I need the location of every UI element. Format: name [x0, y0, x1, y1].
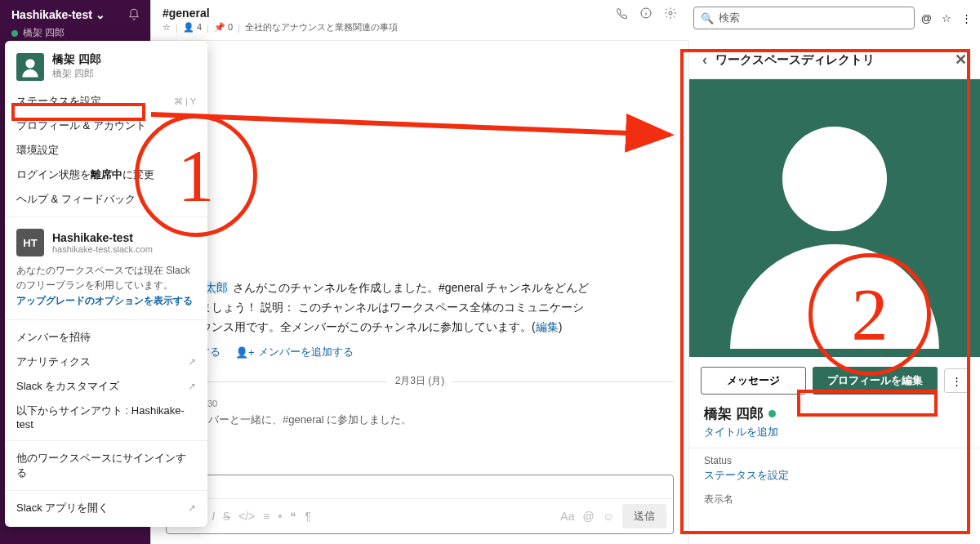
search-icon: 🔍 — [701, 12, 714, 25]
close-icon[interactable]: ✕ — [955, 51, 967, 69]
add-member-action[interactable]: 👤+ メンバーを追加する — [235, 345, 354, 359]
presence-indicator — [11, 30, 18, 37]
member-count[interactable]: 👤 4 — [183, 22, 202, 33]
external-icon: ↗ — [188, 356, 196, 368]
codeblock-icon[interactable]: ¶ — [305, 510, 311, 523]
external-icon: ↗ — [188, 381, 196, 392]
menu-open-app[interactable]: Slack アプリを開く↗ — [5, 496, 207, 520]
at-icon[interactable]: @ — [582, 510, 594, 523]
menu-user-name: 橋架 四郎 — [52, 52, 101, 67]
add-title-link[interactable]: タイトルを追加 — [689, 423, 980, 448]
avatar — [16, 53, 44, 81]
menu-set-away[interactable]: ログイン状態を離席中に変更 — [5, 163, 207, 187]
italic-icon[interactable]: I — [212, 510, 215, 523]
message-composer[interactable]: 📎 B I S̶ </> ≡ • ❝ ¶ Aa @ ☺ — [166, 475, 674, 534]
plan-text: あなたのワークスペースでは現在 Slack のフリープランを利用しています。 — [5, 260, 207, 292]
info-icon[interactable] — [639, 7, 653, 22]
date-divider: 2月3日 (月) — [166, 374, 674, 388]
main-area: #general ☆ | 👤 4 | 📌 0 | 全社的なアナウンスと業務関連の… — [150, 0, 980, 544]
code-icon[interactable]: </> — [238, 510, 255, 523]
search-input[interactable]: 🔍 検索 — [693, 7, 915, 29]
more-button[interactable]: ⋮ — [944, 368, 969, 393]
presence-indicator — [768, 410, 776, 417]
menu-ws-name: Hashikake-test — [52, 231, 153, 244]
channel-name[interactable]: #general — [163, 7, 398, 20]
message-button[interactable]: メッセージ — [701, 367, 806, 395]
channel-welcome: eral @橋架 太郎 さんがこのチャンネルを作成しました。#general チ… — [166, 245, 674, 359]
chevron-down-icon: ⌄ — [96, 8, 105, 21]
menu-signout[interactable]: 以下からサインアウト : Hashikake-test — [5, 399, 207, 435]
phone-icon[interactable] — [615, 7, 628, 22]
star-icon[interactable]: ☆ — [942, 12, 951, 25]
workspace-name[interactable]: Hashikake-test ⌄ — [11, 8, 105, 21]
emoji-icon[interactable]: ☺ — [603, 510, 614, 523]
menu-user-sub: 橋架 四郎 — [52, 67, 101, 81]
mention-icon[interactable]: @ — [921, 12, 932, 25]
menu-preferences[interactable]: 環境設定 — [5, 138, 207, 163]
list-bullet-icon[interactable]: • — [278, 510, 282, 523]
edit-link[interactable]: 編集 — [536, 320, 559, 333]
profile-name: 橋架 四郎 — [689, 404, 980, 423]
workspace-icon: HT — [16, 229, 44, 256]
list-ordered-icon[interactable]: ≡ — [263, 510, 270, 523]
menu-analytics[interactable]: アナリティクス↗ — [5, 350, 207, 374]
welcome-heading: eral — [166, 245, 674, 270]
menu-set-status[interactable]: ステータスを設定 ⌘ | Y — [5, 89, 207, 114]
panel-title: ワークスペースディレクトリ — [715, 52, 875, 68]
display-name-label: 表示名 — [689, 493, 980, 506]
menu-invite[interactable]: メンバーを招待 — [5, 325, 207, 350]
quote-icon[interactable]: ❝ — [290, 510, 296, 523]
svg-point-2 — [782, 127, 887, 231]
menu-profile-account[interactable]: プロフィール & アカウント — [5, 114, 207, 138]
message-row: 太郎 17:30 人のメンバーと一緒に、#general に参加しました。 — [166, 396, 674, 427]
status-label: Status — [689, 455, 980, 466]
text-format-icon[interactable]: Aa — [560, 510, 574, 523]
user-menu: 橋架 四郎 橋架 四郎 ステータスを設定 ⌘ | Y プロフィール & アカウン… — [5, 41, 207, 527]
pin-count[interactable]: 📌 0 — [214, 22, 233, 33]
channel-header: #general ☆ | 👤 4 | 📌 0 | 全社的なアナウンスと業務関連の… — [151, 0, 688, 41]
gear-icon[interactable] — [664, 7, 677, 22]
back-icon[interactable]: ‹ — [702, 51, 707, 69]
channel-topic[interactable]: 全社的なアナウンスと業務関連の事項 — [245, 21, 398, 33]
external-icon: ↗ — [188, 502, 196, 514]
send-button[interactable]: 送信 — [622, 504, 666, 528]
upgrade-link[interactable]: アップグレードのオプションを表示する — [5, 292, 207, 314]
svg-point-3 — [25, 59, 34, 68]
menu-customize[interactable]: Slack をカスタマイズ↗ — [5, 374, 207, 399]
menu-ws-url: hashikake-test.slack.com — [52, 244, 153, 254]
profile-avatar — [689, 79, 980, 357]
svg-point-1 — [669, 11, 672, 15]
bell-icon[interactable] — [126, 7, 142, 23]
more-icon[interactable]: ⋮ — [961, 12, 972, 25]
menu-help-feedback[interactable]: ヘルプ & フィードバック — [5, 187, 207, 212]
set-status-link[interactable]: ステータスを設定 — [689, 466, 980, 484]
strike-icon[interactable]: S̶ — [223, 510, 230, 523]
edit-profile-button[interactable]: プロフィールを編集 — [813, 367, 938, 395]
star-icon[interactable]: ☆ — [163, 22, 171, 33]
menu-other-workspace[interactable]: 他のワークスペースにサインインする — [5, 446, 207, 485]
profile-panel: ‹ ワークスペースディレクトリ ✕ メッセージ プロフィールを編集 ⋮ 橋架 四… — [688, 41, 980, 544]
